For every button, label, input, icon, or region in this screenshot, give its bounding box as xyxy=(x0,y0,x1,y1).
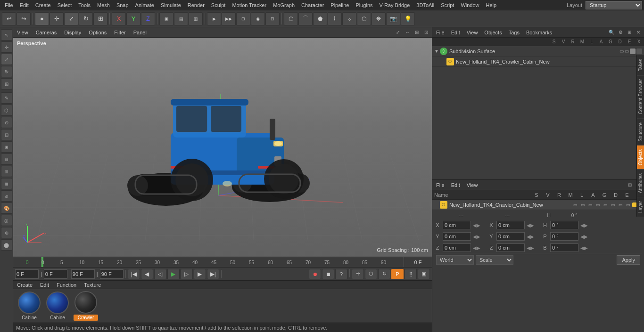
draw-btn[interactable]: ✎ xyxy=(1,92,12,104)
light-button[interactable]: 💡 xyxy=(401,12,415,25)
menu-help[interactable]: Help xyxy=(483,1,500,9)
viewport-icon-2[interactable]: ↔ xyxy=(404,29,411,36)
mograph-btn2[interactable]: ❋ xyxy=(372,12,386,25)
viewport-menu-cameras[interactable]: Cameras xyxy=(34,29,59,36)
end-frame-input[interactable] xyxy=(71,269,95,279)
coord-y-pos[interactable] xyxy=(443,232,471,241)
timeline[interactable]: 0 0 5 10 15 20 25 30 35 40 45 50 55 60 6… xyxy=(13,257,432,267)
menu-script[interactable]: Script xyxy=(438,1,457,9)
obj-close-icon[interactable]: ✕ xyxy=(635,29,642,36)
current-frame-input[interactable] xyxy=(44,269,67,279)
menu-select[interactable]: Select xyxy=(55,1,75,9)
menu-sculpt[interactable]: Sculpt xyxy=(208,1,229,9)
camera-button[interactable]: 📷 xyxy=(386,12,400,25)
scale-btn[interactable]: ⤢ xyxy=(1,54,12,65)
move-tool-button[interactable]: ✛ xyxy=(50,12,64,25)
edge-btn[interactable]: ▤ xyxy=(1,154,12,165)
menu-vray[interactable]: V-Ray Bridge xyxy=(377,1,413,9)
tab-takes[interactable]: Takes xyxy=(637,55,644,75)
obj-row-subdivision[interactable]: ▼ ⬡ Subdivision Surface ▭ ▭ xyxy=(432,46,644,57)
obj-expand-icon[interactable]: ⊞ xyxy=(626,29,633,36)
coord-b-arrow[interactable]: ◀▶ xyxy=(580,245,588,251)
object-mode-button[interactable]: ▣ xyxy=(159,12,173,25)
material-create[interactable]: Create xyxy=(15,281,34,289)
curve-button[interactable]: ⌒ xyxy=(298,12,313,25)
apply-button[interactable]: Apply xyxy=(617,255,640,265)
live-select-btn[interactable]: ↖ xyxy=(1,29,12,40)
face-btn[interactable]: ▥ xyxy=(1,166,12,177)
spline-button[interactable]: ⌇ xyxy=(328,12,342,25)
scale-dropdown[interactable]: Scale xyxy=(476,255,513,265)
attr-obj-row[interactable]: ▼ ⬡ New_Holland_TK4_Crawler_Cabin_New ▭ … xyxy=(432,200,644,210)
weld-btn[interactable]: ⬤ xyxy=(1,239,12,251)
viewport-menu-filter[interactable]: Filter xyxy=(112,29,127,36)
tab-attributes[interactable]: Attributes xyxy=(637,169,644,197)
render-region-button[interactable]: ⊡ xyxy=(236,12,250,25)
menu-render[interactable]: Render xyxy=(185,1,207,9)
fps-input[interactable] xyxy=(100,269,124,279)
record-button[interactable]: ⏺ xyxy=(309,269,321,279)
help-button[interactable]: ? xyxy=(335,269,347,279)
tab-layer[interactable]: Layer xyxy=(637,197,644,217)
menu-file[interactable]: File xyxy=(2,1,16,9)
3d-viewport[interactable]: Perspective Grid Spacing : 100 cm X Y Z xyxy=(13,38,432,257)
attr-icon-1[interactable]: ⊞ xyxy=(626,181,634,189)
coord-x-size[interactable] xyxy=(496,221,525,229)
generator-button[interactable]: ⬡ xyxy=(357,12,371,25)
obj-mgr-view[interactable]: View xyxy=(465,29,480,36)
key-mode-btn[interactable]: ⣿ xyxy=(405,269,417,279)
magnet-btn[interactable]: ⊙ xyxy=(1,117,12,128)
grab-btn[interactable]: ⊕ xyxy=(1,227,12,238)
expand-icon-subdivision[interactable]: ▼ xyxy=(434,49,439,54)
cube-view-button[interactable]: ⬡ xyxy=(284,12,298,25)
obj-dot2-subdivision[interactable] xyxy=(636,49,642,54)
view-zoom-btn[interactable]: ⬡ xyxy=(365,269,377,279)
stop-button[interactable]: ⏹ xyxy=(322,269,334,279)
coord-z-pos[interactable] xyxy=(443,243,471,252)
coord-p-val[interactable] xyxy=(550,232,578,241)
scale-tool-button[interactable]: ⤢ xyxy=(64,12,78,25)
coord-z-size[interactable] xyxy=(496,243,525,252)
deformer-button[interactable]: ⬦ xyxy=(342,12,356,25)
menu-animate[interactable]: Animate xyxy=(132,1,157,9)
coord-x-pos[interactable] xyxy=(443,221,471,229)
poly-btn[interactable]: ▣ xyxy=(1,141,12,153)
material-function[interactable]: Function xyxy=(55,281,78,289)
menu-motiontracker[interactable]: Motion Tracker xyxy=(229,1,269,9)
coord-x-arrow2[interactable]: ◀▶ xyxy=(527,223,534,228)
coord-y-arrow2[interactable]: ◀▶ xyxy=(527,234,534,239)
menu-create[interactable]: Create xyxy=(33,1,54,9)
obj-mgr-edit[interactable]: Edit xyxy=(449,29,462,36)
obj-search-icon[interactable]: 🔍 xyxy=(608,29,615,36)
tab-structure[interactable]: Structure xyxy=(637,118,644,146)
viewport-menu-display[interactable]: Display xyxy=(62,29,83,36)
viewport-menu-view[interactable]: View xyxy=(15,29,30,36)
goto-end-button[interactable]: ▶| xyxy=(207,269,219,279)
coord-b-val[interactable] xyxy=(550,243,578,252)
viewport-icon-3[interactable]: ⊞ xyxy=(413,29,421,36)
attr-view[interactable]: View xyxy=(465,181,480,189)
material-swatch-1[interactable]: Cabine xyxy=(17,292,41,320)
smooth-btn[interactable]: ◎ xyxy=(1,215,12,226)
material-swatch-3[interactable]: Crawler xyxy=(74,291,98,321)
play-button[interactable]: ▶ xyxy=(167,269,180,279)
loop-btn[interactable]: ⌀ xyxy=(1,190,12,202)
world-dropdown[interactable]: World Object xyxy=(436,255,474,265)
coord-z-arrow1[interactable]: ◀▶ xyxy=(473,245,480,251)
coord-y-size[interactable] xyxy=(496,232,525,241)
obj-dot-subdivision[interactable] xyxy=(630,49,636,54)
view-rotate-btn[interactable]: ↻ xyxy=(378,269,390,279)
coord-y-arrow1[interactable]: ◀▶ xyxy=(473,234,480,239)
next-frame-button[interactable]: ▶ xyxy=(194,269,206,279)
material-swatch-2[interactable]: Cabine xyxy=(45,292,70,320)
viewport-menu-panel[interactable]: Panel xyxy=(132,29,149,36)
prev-key-button[interactable]: ◁ xyxy=(154,269,166,279)
start-frame-input[interactable] xyxy=(15,269,39,279)
layout-dropdown[interactable]: Startup xyxy=(586,1,642,9)
polygon-button[interactable]: ⬟ xyxy=(313,12,327,25)
menu-mograph[interactable]: MoGraph xyxy=(270,1,297,9)
menu-pipeline[interactable]: Pipeline xyxy=(328,1,352,9)
x-axis-button[interactable]: X xyxy=(112,12,126,25)
rotate-tool-button[interactable]: ↻ xyxy=(79,12,93,25)
z-axis-button[interactable]: Z xyxy=(141,12,155,25)
